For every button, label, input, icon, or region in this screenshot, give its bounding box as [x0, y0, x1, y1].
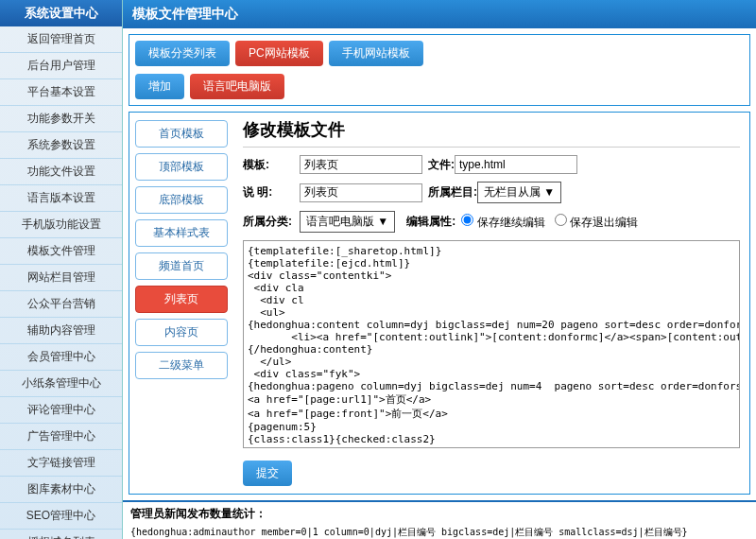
subnav-item-2[interactable]: 底部模板 [135, 186, 228, 214]
sidebar-item-5[interactable]: 功能文件设置 [0, 159, 122, 185]
sidebar-item-16[interactable]: 文字链接管理 [0, 450, 122, 477]
sidebar-item-15[interactable]: 广告管理中心 [0, 424, 122, 450]
radio-exit[interactable]: 保存退出编辑 [555, 214, 638, 231]
editor-title: 修改模板文件 [243, 118, 740, 148]
sidebar: 系统设置中心 返回管理首页后台用户管理平台基本设置功能参数开关系统参数设置功能文… [0, 0, 123, 539]
sidebar-item-14[interactable]: 评论管理中心 [0, 397, 122, 424]
sidebar-item-18[interactable]: SEO管理中心 [0, 503, 122, 530]
sidebar-item-7[interactable]: 手机版功能设置 [0, 212, 122, 238]
label-category: 所属分类: [243, 214, 300, 230]
category-select[interactable]: 语言吧电脑版 ▼ [300, 211, 395, 233]
sidebar-item-4[interactable]: 系统参数设置 [0, 132, 122, 159]
code-textarea[interactable] [243, 240, 740, 448]
topbar2-btn-0[interactable]: 增加 [135, 74, 184, 99]
topbar-btn-1[interactable]: PC网站模板 [235, 41, 323, 66]
sidebar-item-13[interactable]: 小纸条管理中心 [0, 371, 122, 397]
topbar2-btn-1[interactable]: 语言吧电脑版 [190, 74, 284, 99]
sidebar-item-2[interactable]: 平台基本设置 [0, 79, 122, 106]
column-select[interactable]: 无栏目从属 ▼ [477, 182, 561, 203]
sidebar-item-0[interactable]: 返回管理首页 [0, 26, 122, 53]
sidebar-item-1[interactable]: 后台用户管理 [0, 53, 122, 79]
subnav-item-4[interactable]: 频道首页 [135, 252, 228, 280]
main-header: 模板文件管理中心 [123, 0, 756, 28]
sidebar-item-9[interactable]: 网站栏目管理 [0, 265, 122, 291]
sidebar-item-17[interactable]: 图库素材中心 [0, 477, 122, 503]
label-template: 模板: [243, 157, 300, 173]
subnav-item-6[interactable]: 内容页 [135, 319, 228, 346]
label-desc: 说 明: [243, 184, 300, 200]
topbar-btn-0[interactable]: 模板分类列表 [135, 41, 230, 66]
sidebar-item-6[interactable]: 语言版本设置 [0, 185, 122, 212]
subnav-item-0[interactable]: 首页模板 [135, 120, 228, 148]
template-input[interactable] [300, 155, 422, 174]
label-editattr: 编辑属性: [406, 214, 455, 230]
sidebar-item-11[interactable]: 辅助内容管理 [0, 318, 122, 344]
sidebar-header: 系统设置中心 [0, 0, 122, 26]
topbar: 模板分类列表PC网站模板手机网站模板 增加语言吧电脑版 [129, 34, 750, 106]
content-area: 首页模板顶部模板底部模板基本样式表频道首页列表页内容页二级菜单 修改模板文件 模… [129, 112, 750, 495]
editor-panel: 修改模板文件 模板: 文件: 说 明: 所属栏目: 无栏目从属 ▼ 所属分类: … [233, 113, 749, 494]
subnav-item-5[interactable]: 列表页 [135, 286, 228, 313]
subnav-item-3[interactable]: 基本样式表 [135, 219, 228, 247]
desc-input[interactable] [300, 183, 422, 202]
sidebar-item-12[interactable]: 会员管理中心 [0, 344, 122, 371]
subnav-item-1[interactable]: 顶部模板 [135, 153, 228, 181]
footer-stats-label: 管理员新闻发布数量统计： [123, 500, 756, 526]
label-file: 文件: [428, 157, 455, 173]
main-panel: 模板文件管理中心 模板分类列表PC网站模板手机网站模板 增加语言吧电脑版 首页模… [123, 0, 756, 539]
sidebar-item-10[interactable]: 公众平台营销 [0, 291, 122, 318]
footer-code: {hedonghua:adminauthor member=0|1 column… [123, 526, 756, 539]
sidebar-item-8[interactable]: 模板文件管理 [0, 238, 122, 265]
subnav-item-7[interactable]: 二级菜单 [135, 352, 228, 379]
subnav: 首页模板顶部模板底部模板基本样式表频道首页列表页内容页二级菜单 [129, 113, 233, 494]
sidebar-item-3[interactable]: 功能参数开关 [0, 106, 122, 132]
sidebar-item-19[interactable]: 授权域名列表 [0, 530, 122, 539]
topbar-btn-2[interactable]: 手机网站模板 [329, 41, 423, 66]
label-column: 所属栏目: [428, 184, 477, 200]
file-input[interactable] [455, 155, 577, 174]
submit-button[interactable]: 提交 [243, 461, 292, 486]
radio-continue[interactable]: 保存继续编辑 [461, 214, 544, 231]
